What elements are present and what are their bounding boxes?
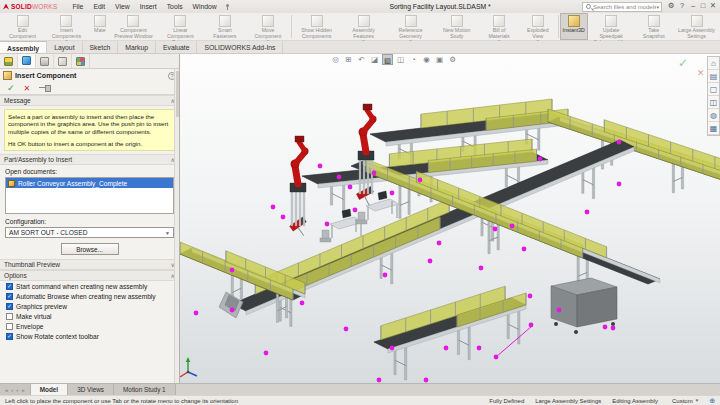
assembly-3d-scene[interactable] <box>180 54 720 383</box>
checkbox[interactable] <box>6 303 13 310</box>
minimize-button[interactable]: – <box>688 1 698 11</box>
document-tab[interactable]: Model <box>31 384 68 395</box>
toolbar-button[interactable]: Insert Components ▼ <box>43 13 90 40</box>
graphics-viewport[interactable]: ◎⊞↶◪▧◫◔◉▣⚙ ✓ ✕ ⌂▤▢◫◍▦ <box>180 54 720 383</box>
help-icon[interactable]: ? <box>677 1 687 11</box>
scroll-next-icon[interactable]: › <box>16 387 18 393</box>
design-library-icon[interactable]: ▤ <box>708 70 719 83</box>
chevron-down-icon[interactable]: ▼ <box>165 230 170 236</box>
toolbar-button[interactable]: Instant3D <box>560 13 588 40</box>
discharge-chute[interactable] <box>219 292 243 318</box>
option-checkbox-row[interactable]: Envelope <box>0 321 179 331</box>
featuremanager-tree-tab[interactable] <box>0 54 18 68</box>
file-explorer-icon[interactable]: ▢ <box>708 83 719 96</box>
checkbox[interactable] <box>6 293 13 300</box>
conveyor[interactable] <box>180 242 305 322</box>
toolbar-button[interactable]: New Motion Study <box>434 13 479 40</box>
ribbon-tab[interactable]: Markup <box>118 41 156 53</box>
option-checkbox-row[interactable]: Graphics preview <box>0 301 179 311</box>
collection-bin[interactable] <box>551 278 617 334</box>
toolbar-button[interactable]: Exploded View ▼ <box>519 13 557 40</box>
push-pin-icon[interactable] <box>39 84 49 92</box>
options-section-header[interactable]: Options ∧ <box>0 270 179 281</box>
propertymanager-tab[interactable] <box>18 54 36 68</box>
part-assembly-section-header[interactable]: Part/Assembly to Insert ∧ <box>0 154 179 165</box>
maximize-button[interactable]: □ <box>698 1 708 11</box>
conveyor[interactable] <box>374 286 526 380</box>
checkbox[interactable] <box>6 323 13 330</box>
document-tab[interactable]: 3D Views <box>68 384 114 395</box>
ok-button[interactable]: ✓ <box>7 83 15 93</box>
toolbar-button[interactable]: Large Assembly Settings <box>673 13 720 40</box>
toolbar-button[interactable]: Show Hidden Components <box>293 13 340 40</box>
confirmation-corner-cancel-icon[interactable]: ✕ <box>697 68 705 78</box>
option-checkbox-row[interactable]: Start command when creating new assembly <box>0 281 179 291</box>
option-checkbox-row[interactable]: Automatic Browse when creating new assem… <box>0 291 179 301</box>
section-view-icon[interactable]: ◪ <box>369 54 380 65</box>
robot-arm[interactable] <box>290 136 309 226</box>
toolbar-button[interactable]: Linear Component Pattern ▼ <box>157 13 204 40</box>
ribbon-tab[interactable]: Assembly <box>0 41 47 53</box>
globe-icon[interactable]: ⊕ <box>709 397 715 405</box>
ribbon-tab[interactable]: SOLIDWORKS Add-Ins <box>197 41 283 53</box>
menu-item[interactable]: Window <box>188 3 222 10</box>
document-tab[interactable]: Motion Study 1 <box>114 384 176 395</box>
option-checkbox-row[interactable]: Make virtual <box>0 311 179 321</box>
menu-item[interactable]: Edit <box>88 3 110 10</box>
display-style-icon[interactable]: ◫ <box>395 54 406 65</box>
ribbon-tab[interactable]: Evaluate <box>156 41 197 53</box>
message-section-header[interactable]: Message ∧ <box>0 95 179 106</box>
dimxpertmanager-tab[interactable] <box>54 54 72 68</box>
browse-button[interactable]: Browse... <box>61 243 119 255</box>
custom-properties-icon[interactable]: ▦ <box>708 122 719 135</box>
toolbar-button[interactable]: Move Component ▼ <box>246 13 290 40</box>
search-box[interactable]: Search files and models ▾ <box>582 2 662 12</box>
confirmation-corner-ok-icon[interactable]: ✓ <box>678 56 688 70</box>
origin-triad[interactable] <box>180 357 197 377</box>
solidworks-resources-icon[interactable]: ⌂ <box>708 57 719 70</box>
toolbar-button[interactable]: Smart Fasteners <box>204 13 246 40</box>
options-gear-icon[interactable]: ⚙ <box>666 1 676 11</box>
ribbon-tab[interactable]: Layout <box>47 41 82 53</box>
toolbar-button[interactable]: Reference Geometry ▼ <box>387 13 434 40</box>
scroll-prev-icon[interactable]: ‹ <box>11 387 13 393</box>
search-input[interactable]: Search files and models <box>593 4 656 10</box>
tab-scroll-controls[interactable]: « ‹ › » <box>0 384 31 395</box>
unit-system-selector[interactable]: Custom ▼ <box>672 398 699 404</box>
edit-appearance-icon[interactable]: ◉ <box>421 54 432 65</box>
checkbox[interactable] <box>6 313 13 320</box>
thumbnail-preview-section-header[interactable]: Thumbnail Preview ∨ <box>0 259 179 270</box>
open-documents-list[interactable]: Roller Conveyor Assembly_Complete <box>5 177 174 214</box>
configurationmanager-tab[interactable] <box>36 54 54 68</box>
scroll-last-icon[interactable]: » <box>21 387 24 393</box>
menu-item[interactable]: File <box>67 3 88 10</box>
toolbar-button[interactable]: Bill of Materials ▼ <box>479 13 518 40</box>
menu-item[interactable]: View <box>110 3 135 10</box>
view-palette-icon[interactable]: ◫ <box>708 96 719 109</box>
toolbar-button[interactable]: Mate <box>90 13 110 40</box>
configuration-select[interactable]: AM SORT OUT - CLOSED ▼ <box>5 227 174 238</box>
toolbar-button[interactable]: Edit Component <box>2 13 43 40</box>
view-orientation-icon[interactable]: ▧ <box>382 54 393 65</box>
pin-menu-icon[interactable] <box>224 3 231 10</box>
toolbar-button[interactable]: Assembly Features ▼ <box>340 13 387 40</box>
zoom-to-fit-icon[interactable]: ◎ <box>330 54 341 65</box>
displaymanager-tab[interactable] <box>72 54 90 68</box>
checkbox[interactable] <box>6 333 13 340</box>
toolbar-button[interactable]: Take Snapshot <box>635 13 673 40</box>
menu-item[interactable]: Tools <box>162 3 188 10</box>
previous-view-icon[interactable]: ↶ <box>356 54 367 65</box>
cancel-button[interactable]: ✕ <box>24 84 31 93</box>
document-list-item[interactable]: Roller Conveyor Assembly_Complete <box>6 178 173 188</box>
scrollbar-thumb[interactable] <box>176 71 179 117</box>
toolbar-button[interactable]: Update Speedpak Subassemblies <box>588 13 635 40</box>
scroll-first-icon[interactable]: « <box>5 387 8 393</box>
apply-scene-icon[interactable]: ▣ <box>434 54 445 65</box>
hide-show-items-icon[interactable]: ◔ <box>408 54 419 65</box>
appearances-icon[interactable]: ◍ <box>708 109 719 122</box>
search-dropdown-icon[interactable]: ▾ <box>656 4 659 10</box>
panel-scrollbar[interactable] <box>174 69 179 383</box>
view-settings-icon[interactable]: ⚙ <box>447 54 458 65</box>
option-checkbox-row[interactable]: Show Rotate context toolbar <box>0 331 179 341</box>
checkbox[interactable] <box>6 283 13 290</box>
